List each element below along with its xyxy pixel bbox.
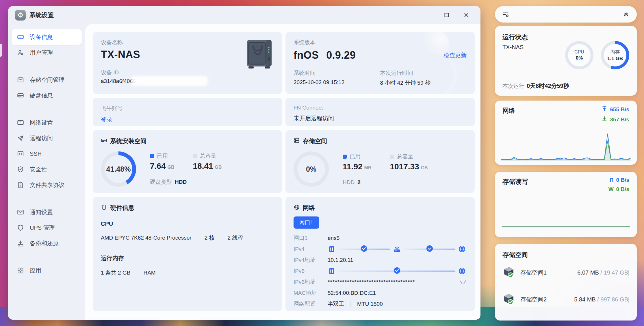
check-bubble-icon xyxy=(394,267,400,275)
write-rate: 0 B/s xyxy=(616,186,629,192)
mac-label: MAC地址 xyxy=(294,289,328,297)
notification-mail-icon xyxy=(17,208,24,216)
port-label: 网口1 xyxy=(294,234,328,242)
hardware-info-card: 硬件信息 CPU AMD EPYC 7K62 48-Core Processor… xyxy=(93,197,282,311)
close-button[interactable] xyxy=(463,12,469,18)
pool-used: 6.07 MB xyxy=(577,269,599,276)
pool-used: 5.84 MB xyxy=(574,296,595,303)
os-name: fnOS xyxy=(294,49,319,61)
system-time-label: 系统时间 xyxy=(294,69,380,77)
nas-device-illustration xyxy=(244,39,274,71)
desktop-icon-sliver xyxy=(0,44,2,57)
fn-connect-card: FN Connect 未开启远程访问 xyxy=(285,98,475,126)
upload-rate: 655 B/s xyxy=(610,106,629,113)
hdd-label: HDD xyxy=(343,179,355,185)
disk-type-label: 硬盘类型 xyxy=(150,179,172,185)
sidebar-item-file-sharing[interactable]: 文件共享协议 xyxy=(12,177,82,193)
titlebar[interactable]: ⚙ 系统设置 xyxy=(8,6,480,24)
sidebar-item-label: UPS 管理 xyxy=(30,224,55,232)
upload-icon xyxy=(602,106,607,113)
ipv6-addr-masked: ************************************ xyxy=(328,279,415,285)
cpu-gauge-value: 0% xyxy=(576,55,583,61)
ipv6-reveal-icon[interactable] xyxy=(459,278,467,286)
system-install-space-card: 系统安装空间 41.48% 已用 7.64GB xyxy=(93,130,282,193)
sidebar-item-network-settings[interactable]: 网络设置 xyxy=(12,115,82,130)
divider xyxy=(350,301,351,307)
used-label: 已用 xyxy=(350,153,361,160)
ipv6-addr-label: IPv6地址 xyxy=(294,278,328,286)
sidebar: 设备信息 用户管理 存储空间管理 硬盘信息 网络设置 远程访问 xyxy=(8,24,85,320)
maximize-button[interactable] xyxy=(443,12,450,18)
close-icon xyxy=(463,12,469,18)
pool-sep: / xyxy=(596,296,601,303)
sidebar-item-label: 远程访问 xyxy=(30,134,53,142)
collapse-panel-icon[interactable] xyxy=(622,11,630,18)
fn-connect-status: 未开启远程访问 xyxy=(294,114,467,122)
remote-access-icon xyxy=(17,134,24,142)
sidebar-item-disk-info[interactable]: 硬盘信息 xyxy=(12,88,82,103)
ram-type: RAM xyxy=(143,270,155,276)
sidebar-item-security[interactable]: 安全性 xyxy=(12,162,82,177)
write-label: W xyxy=(608,186,614,192)
sidebar-item-user-management[interactable]: 用户管理 xyxy=(12,45,82,60)
uptime-widget-value: 0天8时42分59秒 xyxy=(527,83,569,89)
sidebar-item-remote-access[interactable]: 远程访问 xyxy=(12,130,82,146)
ssh-icon xyxy=(17,150,24,158)
sidebar-item-label: 安全性 xyxy=(30,166,47,173)
read-rate: 0 B/s xyxy=(616,177,629,183)
sidebar-item-storage-management[interactable]: 存储空间管理 xyxy=(12,72,82,88)
ups-shield-icon xyxy=(17,224,24,231)
sidebar-item-ssh[interactable]: SSH xyxy=(12,146,82,162)
divider xyxy=(221,235,221,241)
system-space-donut: 41.48% xyxy=(101,151,136,187)
os-version: 0.9.29 xyxy=(326,49,356,61)
minimize-button[interactable] xyxy=(424,12,430,18)
sidebar-item-ups-management[interactable]: UPS 管理 xyxy=(12,220,82,236)
total-legend-swatch xyxy=(193,154,197,158)
hdd-count: 2 xyxy=(357,179,361,185)
device-name-card: 设备名称 TX-NAS 设备 ID a3148a6f4065 xyxy=(93,32,282,94)
sidebar-item-label: 硬盘信息 xyxy=(30,92,53,99)
sidebar-item-backup-restore[interactable]: 备份和还原 xyxy=(12,236,82,251)
list-item: 存储空间1 6.07 MB / 19.47 GB xyxy=(502,259,629,286)
settings-gear-icon: ⚙ xyxy=(15,10,26,21)
run-status-widget: 运行状态 TX-NAS CPU 0% 内存 1.1 GB 本次运行0天8时42分… xyxy=(495,26,637,96)
storage-space-card: 存储空间 0% 已用 11.92MB xyxy=(285,130,475,193)
file-sharing-icon xyxy=(17,181,24,189)
minimize-icon xyxy=(424,12,430,18)
divider xyxy=(137,270,137,276)
device-info-page: 设备名称 TX-NAS 设备 ID a3148a6f4065 xyxy=(85,24,480,320)
hardware-info-title: 硬件信息 xyxy=(110,204,134,212)
system-time-value: 2025-10-02 09:15:12 xyxy=(294,79,380,86)
total-unit: GB xyxy=(215,165,222,170)
read-label: R xyxy=(610,177,614,183)
download-rate: 357 B/s xyxy=(610,116,629,123)
sidebar-item-notification-settings[interactable]: 通知设置 xyxy=(12,204,82,220)
device-id-redaction xyxy=(131,76,208,86)
net-config-label: 网络配置 xyxy=(294,300,328,308)
widget-settings-icon[interactable] xyxy=(502,11,509,18)
system-version-card: 系统版本 fnOS 0.9.29 检查更新 系统时间 2025-10-02 09… xyxy=(285,32,475,94)
total-value: 18.41 xyxy=(193,162,213,171)
cpu-gauge-label: CPU xyxy=(574,49,584,55)
storage-management-icon xyxy=(17,76,24,84)
system-install-space-title: 系统安装空间 xyxy=(110,137,146,145)
nas-node-icon xyxy=(328,245,336,253)
internet-globe-icon xyxy=(458,267,466,275)
mac-value: 52:54:00:BD:DC:E1 xyxy=(328,290,376,296)
sidebar-item-apps[interactable]: 应用 xyxy=(12,263,82,278)
used-value: 11.92 xyxy=(343,162,363,171)
network-settings-icon xyxy=(17,119,24,126)
ipv6-label: IPv6 xyxy=(294,268,328,274)
cpu-threads: 2 线程 xyxy=(227,234,243,242)
check-update-link[interactable]: 检查更新 xyxy=(443,51,467,59)
sidebar-item-label: 文件共享协议 xyxy=(30,181,64,189)
router-node-icon xyxy=(393,245,401,253)
login-link[interactable]: 登录 xyxy=(101,116,112,123)
sidebar-item-device-info[interactable]: 设备信息 xyxy=(12,29,82,45)
ipv4-connectivity-diagram xyxy=(328,245,467,253)
cpu-gauge: CPU 0% xyxy=(565,41,593,69)
ram-label: 运行内存 xyxy=(101,254,274,262)
port1-tab[interactable]: 网口1 xyxy=(294,216,319,229)
download-icon xyxy=(602,116,607,123)
